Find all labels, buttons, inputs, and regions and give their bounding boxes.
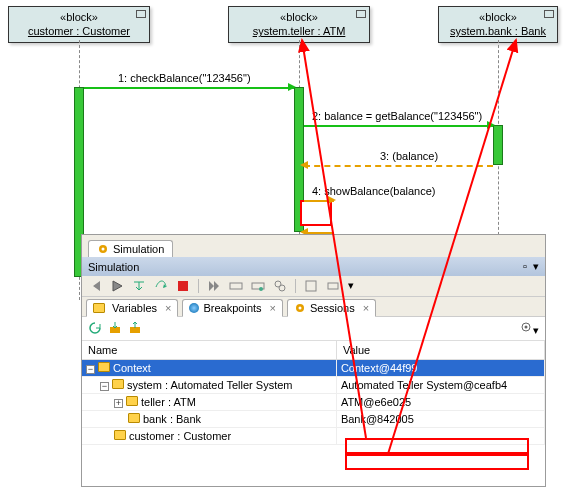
sim-icon-e[interactable] xyxy=(326,279,340,293)
refresh-icon[interactable] xyxy=(88,321,102,337)
close-icon[interactable]: × xyxy=(165,302,171,314)
simulation-title-bar: Simulation ▫ ▾ xyxy=(82,257,545,276)
step-back-icon[interactable] xyxy=(88,279,102,293)
table-row-customer[interactable]: customer : Customer xyxy=(82,428,545,445)
arrow-head-1 xyxy=(288,83,296,91)
row-name: bank : Bank xyxy=(143,413,201,425)
lifeline-type-icon xyxy=(356,10,366,18)
scope-icon xyxy=(114,430,126,440)
tab-variables[interactable]: Variables × xyxy=(86,299,178,317)
lifeline-name: customer : Customer xyxy=(15,24,143,38)
tab-breakpoints[interactable]: Breakpoints × xyxy=(182,299,283,317)
toolbar-separator xyxy=(295,279,296,293)
row-name: customer : Customer xyxy=(129,430,231,442)
dropdown-icon[interactable]: ▾ xyxy=(348,279,362,293)
row-value xyxy=(336,428,544,445)
sim-icon-b[interactable] xyxy=(251,279,265,293)
lifeline-box-customer[interactable]: «block» customer : Customer xyxy=(8,6,150,43)
tab-variables-label: Variables xyxy=(112,302,157,314)
row-value: ATM@e6e025 xyxy=(336,394,544,411)
svg-rect-8 xyxy=(306,281,316,291)
lifeline-type-icon xyxy=(136,10,146,18)
sim-icon-c[interactable] xyxy=(273,279,287,293)
stereotype-label: «block» xyxy=(445,10,551,24)
lifeline-type-icon xyxy=(544,10,554,18)
table-row-bank[interactable]: bank : Bank Bank@842005 xyxy=(82,411,545,428)
stereotype-label: «block» xyxy=(235,10,363,24)
message-label-1: 1: checkBalance("123456") xyxy=(118,72,251,84)
activation-bank xyxy=(493,125,503,165)
row-name: teller : ATM xyxy=(141,396,196,408)
svg-point-7 xyxy=(279,285,285,291)
sub-tab-row: Variables × Breakpoints × Sessions × xyxy=(82,297,545,317)
tree-expand-icon[interactable] xyxy=(114,399,123,408)
variables-table: Name Value Context Context@44f99 system … xyxy=(82,341,545,445)
simulation-panel[interactable]: Simulation Simulation ▫ ▾ ▾ xyxy=(81,234,546,487)
close-icon[interactable]: × xyxy=(363,302,369,314)
scope-icon xyxy=(126,396,138,406)
arrow-head-2 xyxy=(487,121,495,129)
toolbar-separator xyxy=(198,279,199,293)
row-value: Context@44f99 xyxy=(336,360,544,377)
row-value: Bank@842005 xyxy=(336,411,544,428)
tree-collapse-icon[interactable] xyxy=(100,382,109,391)
export-icon[interactable] xyxy=(108,321,122,337)
stereotype-label: «block» xyxy=(15,10,143,24)
panel-toolbar: ▾ xyxy=(82,317,545,341)
lifeline-box-atm[interactable]: «block» system.teller : ATM xyxy=(228,6,370,43)
import-icon[interactable] xyxy=(128,321,142,337)
step-into-icon[interactable] xyxy=(132,279,146,293)
tab-sessions[interactable]: Sessions × xyxy=(287,299,376,317)
restore-icon[interactable]: ▫ xyxy=(523,260,527,273)
sim-icon-d[interactable] xyxy=(304,279,318,293)
lifeline-name: system.teller : ATM xyxy=(235,24,363,38)
svg-rect-9 xyxy=(328,283,338,289)
lifeline-name: system.bank : Bank xyxy=(445,24,551,38)
arrow-head-4a xyxy=(328,196,336,204)
step-over-icon[interactable] xyxy=(154,279,168,293)
svg-rect-2 xyxy=(178,281,188,291)
simulation-tab-row: Simulation xyxy=(82,235,545,257)
svg-point-5 xyxy=(259,287,263,291)
row-value: Automated Teller System@ceafb4 xyxy=(336,377,544,394)
scope-icon xyxy=(98,362,110,372)
svg-rect-3 xyxy=(230,283,242,289)
fast-forward-icon[interactable] xyxy=(207,279,221,293)
message-label-3: 3: (balance) xyxy=(380,150,438,162)
tree-collapse-icon[interactable] xyxy=(86,365,95,374)
scope-icon xyxy=(128,413,140,423)
stop-icon[interactable] xyxy=(176,279,190,293)
breakpoint-icon xyxy=(189,303,199,313)
play-icon[interactable] xyxy=(110,279,124,293)
sim-icon-a[interactable] xyxy=(229,279,243,293)
gear-icon xyxy=(294,302,306,314)
message-line-3 xyxy=(304,165,493,167)
variables-table-wrap[interactable]: Name Value Context Context@44f99 system … xyxy=(82,341,545,486)
tab-sessions-label: Sessions xyxy=(310,302,355,314)
col-name[interactable]: Name xyxy=(82,341,336,360)
message-label-2: 2: balance = getBalance("123456") xyxy=(312,110,482,122)
lifeline-box-bank[interactable]: «block» system.bank : Bank xyxy=(438,6,558,43)
simulation-title: Simulation xyxy=(88,261,139,273)
message-line-2 xyxy=(304,125,493,127)
tab-breakpoints-label: Breakpoints xyxy=(203,302,261,314)
menu-icon[interactable]: ▾ xyxy=(533,260,539,273)
simulation-toolbar: ▾ xyxy=(82,276,545,297)
col-value[interactable]: Value xyxy=(336,341,544,360)
svg-point-15 xyxy=(525,326,528,329)
table-row-context[interactable]: Context Context@44f99 xyxy=(82,360,545,377)
arrow-head-3 xyxy=(300,161,308,169)
simulation-tab[interactable]: Simulation xyxy=(88,240,173,257)
message-line-1 xyxy=(84,87,294,89)
table-row-teller[interactable]: teller : ATM ATM@e6e025 xyxy=(82,394,545,411)
simulation-tab-label: Simulation xyxy=(113,243,164,255)
gear-icon[interactable]: ▾ xyxy=(519,324,539,336)
table-row-system[interactable]: system : Automated Teller System Automat… xyxy=(82,377,545,394)
row-name: system : Automated Teller System xyxy=(127,379,292,391)
variables-icon xyxy=(93,303,105,313)
close-icon[interactable]: × xyxy=(270,302,276,314)
scope-icon xyxy=(112,379,124,389)
row-name: Context xyxy=(113,362,151,374)
svg-point-11 xyxy=(299,307,302,310)
gear-icon xyxy=(97,243,109,255)
